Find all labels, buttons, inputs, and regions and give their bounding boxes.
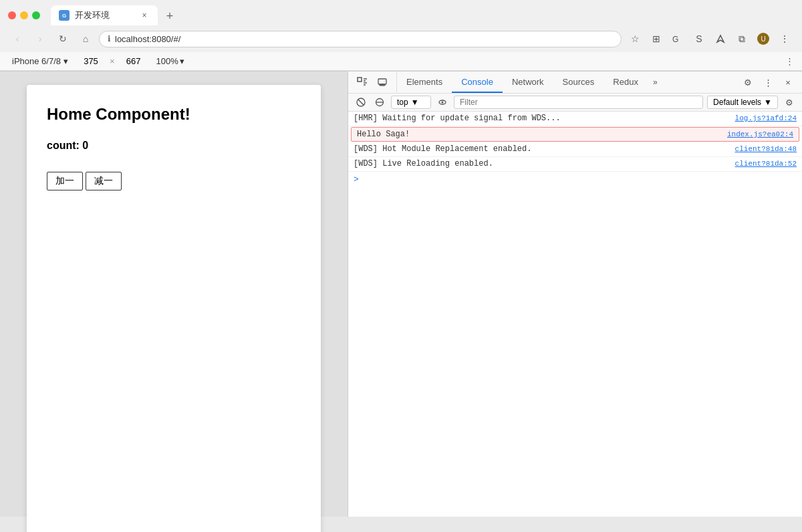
translate-button[interactable]: G xyxy=(668,29,687,48)
prompt-symbol: > xyxy=(354,174,359,184)
device-toolbar: iPhone 6/7/8 ▾ × 100% ▾ ⋮ xyxy=(0,52,802,71)
tab-title: 开发环境 xyxy=(75,9,110,21)
console-line-1: [HMR] Waiting for update signal from WDS… xyxy=(348,112,802,126)
toolbar-more-button[interactable]: ⋮ xyxy=(785,56,794,66)
profile-button[interactable]: U xyxy=(754,29,773,48)
window-controls xyxy=(8,11,40,19)
level-dropdown-icon: ▼ xyxy=(764,98,772,107)
console-line-4: [WDS] Live Reloading enabled. client?81d… xyxy=(348,157,802,172)
console-message-3: [WDS] Hot Module Replacement enabled. xyxy=(354,144,735,154)
zoom-selector[interactable]: 100% ▾ xyxy=(152,55,188,68)
height-input[interactable] xyxy=(120,56,147,66)
zoom-label: 100% xyxy=(156,56,178,66)
minimize-window-button[interactable] xyxy=(20,11,28,19)
phone-content: Home Component! count: 0 加一 减一 xyxy=(27,85,321,532)
console-line-3: [WDS] Hot Module Replacement enabled. cl… xyxy=(348,142,802,157)
extensions-button[interactable]: ⧉ xyxy=(732,29,751,48)
button-group: 加一 减一 xyxy=(47,172,301,190)
back-button[interactable]: ‹ xyxy=(8,29,27,48)
save-button[interactable]: S xyxy=(690,29,708,48)
tab-network[interactable]: Network xyxy=(503,72,553,93)
console-settings-button[interactable]: ⚙ xyxy=(782,95,797,110)
svg-text:G: G xyxy=(672,35,678,44)
tab-close-button[interactable]: × xyxy=(139,10,150,21)
home-component-title: Home Component! xyxy=(47,105,301,124)
inspect-element-button[interactable] xyxy=(354,72,371,92)
devtools-right-icons: ⚙ ⋮ × xyxy=(734,72,802,92)
active-tab[interactable]: G 开发环境 × xyxy=(51,5,158,25)
nav-bar: ‹ › ↻ ⌂ ℹ ☆ ⊞ G S ⧉ U ⋮ xyxy=(0,25,802,52)
device-mode-button[interactable] xyxy=(374,72,391,92)
address-bar[interactable]: ℹ xyxy=(99,31,622,47)
console-prompt[interactable]: > xyxy=(348,172,802,187)
console-filter-input[interactable] xyxy=(454,96,703,109)
console-link-2[interactable]: index.js?ea02:4 xyxy=(727,130,793,138)
new-tab-button[interactable]: + xyxy=(160,7,179,25)
device-selector[interactable]: iPhone 6/7/8 ▾ xyxy=(8,55,72,68)
apps-button[interactable]: ⊞ xyxy=(647,29,666,48)
console-message-2: Hello Saga! xyxy=(357,130,727,139)
more-tabs-button[interactable]: » xyxy=(648,74,663,91)
console-toolbar: top ▼ Default levels ▼ ⚙ xyxy=(348,94,802,112)
dimension-separator: × xyxy=(110,56,115,66)
svg-point-17 xyxy=(442,102,444,104)
console-link-1[interactable]: log.js?1afd:24 xyxy=(735,114,797,122)
tab-redux[interactable]: Redux xyxy=(604,72,648,93)
context-value: top xyxy=(397,98,408,107)
svg-rect-4 xyxy=(358,78,362,82)
tab-console[interactable]: Console xyxy=(452,72,503,93)
console-line-2: Hello Saga! index.js?ea02:4 xyxy=(351,127,799,142)
maximize-window-button[interactable] xyxy=(32,11,40,19)
context-dropdown-icon: ▼ xyxy=(411,98,419,107)
add-button[interactable]: 加一 xyxy=(47,172,83,190)
zoom-dropdown-icon: ▾ xyxy=(180,56,184,66)
svg-marker-3 xyxy=(717,35,724,42)
url-input[interactable] xyxy=(115,34,613,44)
send-button[interactable] xyxy=(711,29,730,48)
more-options-button[interactable]: ⋮ xyxy=(775,29,794,48)
console-link-4[interactable]: client?81da:52 xyxy=(735,160,797,168)
context-selector[interactable]: top ▼ xyxy=(391,96,431,109)
main-layout: Home Component! count: 0 加一 减一 xyxy=(0,72,802,517)
tab-favicon: G xyxy=(59,10,70,21)
lock-icon: ℹ xyxy=(108,34,111,43)
title-bar: G 开发环境 × + xyxy=(0,0,802,25)
count-display: count: 0 xyxy=(47,140,301,152)
subtract-button[interactable]: 减一 xyxy=(86,172,122,190)
nav-icons: ☆ ⊞ G S ⧉ U ⋮ xyxy=(626,29,794,48)
close-window-button[interactable] xyxy=(8,11,16,19)
devtools-settings-button[interactable]: ⚙ xyxy=(739,72,757,92)
home-button[interactable]: ⌂ xyxy=(76,29,95,48)
devtools-left-icons xyxy=(348,72,397,92)
devtools-tabs: Elements Console Network Sources Redux » xyxy=(397,72,734,93)
live-expressions-button[interactable] xyxy=(435,95,450,110)
tab-elements[interactable]: Elements xyxy=(397,72,452,93)
viewport: Home Component! count: 0 加一 减一 xyxy=(0,72,348,517)
log-level-selector[interactable]: Default levels ▼ xyxy=(707,96,778,109)
devtools-header: Elements Console Network Sources Redux »… xyxy=(348,72,802,94)
device-dropdown-icon: ▾ xyxy=(63,56,68,66)
level-label: Default levels xyxy=(713,98,761,107)
console-output: [HMR] Waiting for update signal from WDS… xyxy=(348,112,802,517)
devtools-panel: Elements Console Network Sources Redux »… xyxy=(348,72,802,517)
console-message-4: [WDS] Live Reloading enabled. xyxy=(354,159,735,168)
console-link-3[interactable]: client?81da:48 xyxy=(735,145,797,153)
console-message-1: [HMR] Waiting for update signal from WDS… xyxy=(354,114,735,123)
reload-button[interactable]: ↻ xyxy=(53,29,72,48)
devtools-more-button[interactable]: ⋮ xyxy=(759,72,777,92)
svg-rect-9 xyxy=(378,79,386,84)
bookmark-button[interactable]: ☆ xyxy=(626,29,644,48)
svg-line-13 xyxy=(358,100,364,105)
browser-chrome: G 开发环境 × + ‹ › ↻ ⌂ ℹ ☆ ⊞ G S xyxy=(0,0,802,72)
forward-button[interactable]: › xyxy=(31,29,49,48)
width-input[interactable] xyxy=(78,56,104,66)
tab-bar: G 开发环境 × + xyxy=(51,5,794,25)
tab-sources[interactable]: Sources xyxy=(553,72,604,93)
device-name-label: iPhone 6/7/8 xyxy=(12,56,61,66)
devtools-close-button[interactable]: × xyxy=(779,72,797,92)
clear-console-button[interactable] xyxy=(354,95,368,110)
svg-text:G: G xyxy=(62,13,66,19)
block-button[interactable] xyxy=(372,95,387,110)
